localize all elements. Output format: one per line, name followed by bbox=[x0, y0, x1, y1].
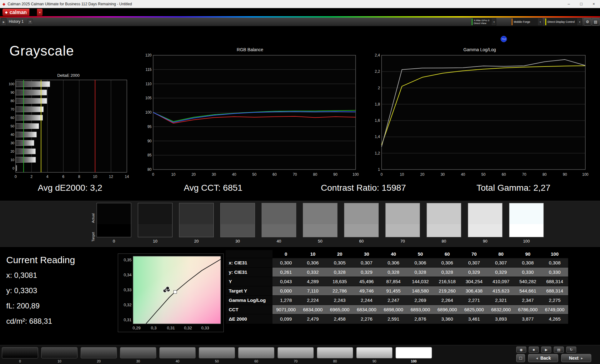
deltae-bar-80 bbox=[16, 98, 47, 104]
back-button[interactable]: ◄ Back bbox=[528, 354, 558, 362]
table-cell: 2,275 bbox=[541, 296, 568, 305]
svg-text:2,4: 2,4 bbox=[375, 53, 380, 57]
layout-icon[interactable]: ▤ bbox=[592, 18, 599, 26]
grayscale-swatch-60: 60 bbox=[344, 203, 379, 243]
swatch-row: 0102030405060708090100 bbox=[97, 203, 544, 243]
pattern-window-button[interactable]: □ bbox=[516, 354, 525, 362]
refresh-icon[interactable]: ↻ bbox=[566, 347, 576, 353]
svg-text:0,33: 0,33 bbox=[124, 288, 132, 292]
close-button[interactable]: × bbox=[588, 0, 600, 8]
pattern-button-60[interactable] bbox=[238, 347, 274, 358]
svg-text:1: 1 bbox=[378, 167, 380, 172]
swatch-actual-color bbox=[97, 203, 131, 224]
calman-logo-text: calman bbox=[9, 10, 27, 15]
next-button[interactable]: Next ► bbox=[561, 354, 591, 362]
table-cell: 49,746 bbox=[353, 286, 380, 296]
swatch-box bbox=[385, 203, 420, 237]
title-bar: ◆ Calman 2025 Calman Ultimate for Busine… bbox=[0, 0, 600, 8]
stop-icon[interactable]: ■ bbox=[529, 347, 539, 353]
table-cell: 0,305 bbox=[326, 258, 353, 268]
table-cell: 2,244 bbox=[353, 296, 380, 305]
pattern-button-50[interactable] bbox=[199, 347, 235, 358]
gamma-chart: 2,42,221,81,61,41,2101020304050607080901… bbox=[370, 53, 589, 178]
pattern-button-10[interactable] bbox=[41, 347, 78, 358]
source-dropdown[interactable]: Mobile Forge ▾ bbox=[511, 18, 542, 26]
pattern-label: 80 bbox=[317, 359, 353, 363]
pattern-button-70[interactable] bbox=[278, 347, 314, 358]
table-row: Target Y0,0007,11022,78649,74691,455148,… bbox=[226, 286, 568, 296]
table-cell: 3,877 bbox=[514, 314, 541, 324]
table-cell: 0,306 bbox=[407, 258, 434, 268]
pattern-button-100[interactable] bbox=[396, 347, 432, 358]
swatch-actual-color bbox=[221, 203, 255, 224]
grayscale-swatch-20: 20 bbox=[179, 203, 214, 243]
swatch-target-color bbox=[97, 224, 131, 237]
chevron-down-icon[interactable]: ▾ bbox=[578, 18, 582, 25]
chevron-down-icon[interactable]: ▾ bbox=[492, 18, 496, 25]
display-control-dropdown[interactable]: Direct Display Control ▾ bbox=[545, 18, 582, 26]
maximize-button[interactable]: □ bbox=[575, 0, 588, 8]
svg-text:0,31: 0,31 bbox=[167, 326, 175, 330]
table-column-header: 20 bbox=[326, 250, 353, 258]
table-row: x: CIE310,3000,3060,3050,3070,3060,3060,… bbox=[226, 258, 568, 268]
logo-dropdown-arrow-icon[interactable]: ▾ bbox=[37, 9, 42, 16]
chevron-down-icon[interactable]: ▾ bbox=[538, 18, 542, 25]
svg-text:90: 90 bbox=[563, 172, 567, 177]
swatch-box bbox=[468, 203, 502, 237]
table-row: Gamma Log/Log1,2782,2242,2432,2442,2472,… bbox=[226, 296, 568, 305]
svg-text:0: 0 bbox=[12, 166, 14, 170]
svg-text:0,32: 0,32 bbox=[184, 326, 192, 330]
pattern-cell-30: 30 bbox=[120, 347, 156, 363]
svg-text:10: 10 bbox=[93, 175, 98, 179]
table-cell: 216,518 bbox=[434, 277, 461, 286]
meter-icon[interactable]: ◉ bbox=[516, 347, 526, 353]
pattern-label: 10 bbox=[41, 359, 78, 363]
table-cell: 0,328 bbox=[434, 268, 461, 277]
table-cell: 0,329 bbox=[488, 268, 514, 277]
minimize-button[interactable]: – bbox=[562, 0, 575, 8]
pattern-button-80[interactable] bbox=[317, 347, 353, 358]
svg-text:30: 30 bbox=[212, 172, 216, 177]
play-icon[interactable]: ▶ bbox=[541, 347, 551, 353]
svg-text:0,31: 0,31 bbox=[124, 317, 132, 322]
pattern-button-40[interactable] bbox=[159, 347, 196, 358]
meter-dropdown[interactable]: X-Rite i1Pro 3 Direct View ▾ bbox=[471, 18, 496, 26]
pattern-label: 0 bbox=[2, 359, 38, 363]
swatch-actual-color bbox=[303, 203, 337, 224]
swatch-label: 70 bbox=[385, 239, 420, 243]
calman-logo[interactable]: ◆ calman bbox=[2, 9, 29, 16]
add-layout-button[interactable]: + bbox=[28, 19, 33, 24]
pattern-button-90[interactable] bbox=[356, 347, 392, 358]
table-cell: 1,278 bbox=[272, 296, 299, 305]
pattern-cell-50: 50 bbox=[199, 347, 235, 363]
current-reading-value: fL: 200,89 bbox=[6, 302, 75, 310]
table-cell: 2,347 bbox=[514, 296, 541, 305]
pattern-button-30[interactable] bbox=[120, 347, 156, 358]
svg-text:6: 6 bbox=[62, 175, 64, 179]
history-expand-button[interactable]: ▶ bbox=[1, 18, 7, 26]
table-cell: 148,580 bbox=[407, 286, 434, 296]
current-reading-value: cd/m²: 688,31 bbox=[6, 317, 75, 326]
pattern-button-0[interactable] bbox=[2, 347, 38, 358]
table-cell: 6896,000 bbox=[434, 305, 461, 314]
rgb-balance-chart-title: RGB Balance bbox=[141, 47, 359, 53]
meter-name: X-Rite i1Pro 3 bbox=[474, 19, 491, 22]
history-tab[interactable]: History 1 bbox=[9, 19, 23, 24]
table-cell: 6893,000 bbox=[407, 305, 434, 314]
table-row-label: x: CIE31 bbox=[226, 258, 272, 268]
current-reading-value: x: 0,3081 bbox=[6, 271, 75, 280]
table-cell: 2,876 bbox=[407, 314, 434, 324]
svg-text:12: 12 bbox=[109, 175, 113, 179]
table-cell: 6834,000 bbox=[353, 305, 380, 314]
table-cell: 6786,000 bbox=[514, 305, 541, 314]
pattern-grid-icon[interactable]: ▤ bbox=[554, 347, 564, 353]
swatch-target-color bbox=[303, 224, 337, 237]
deltae-bar-40 bbox=[16, 132, 37, 137]
pattern-cell-70: 70 bbox=[278, 347, 314, 363]
gear-icon[interactable]: ⚙ bbox=[584, 18, 591, 26]
swatch-target-color bbox=[221, 224, 255, 237]
pattern-button-20[interactable] bbox=[81, 347, 117, 358]
meter-count-badge[interactable]: 712 bbox=[501, 36, 507, 42]
table-cell: 0,306 bbox=[380, 258, 407, 268]
next-arrow-icon: ► bbox=[580, 357, 583, 360]
